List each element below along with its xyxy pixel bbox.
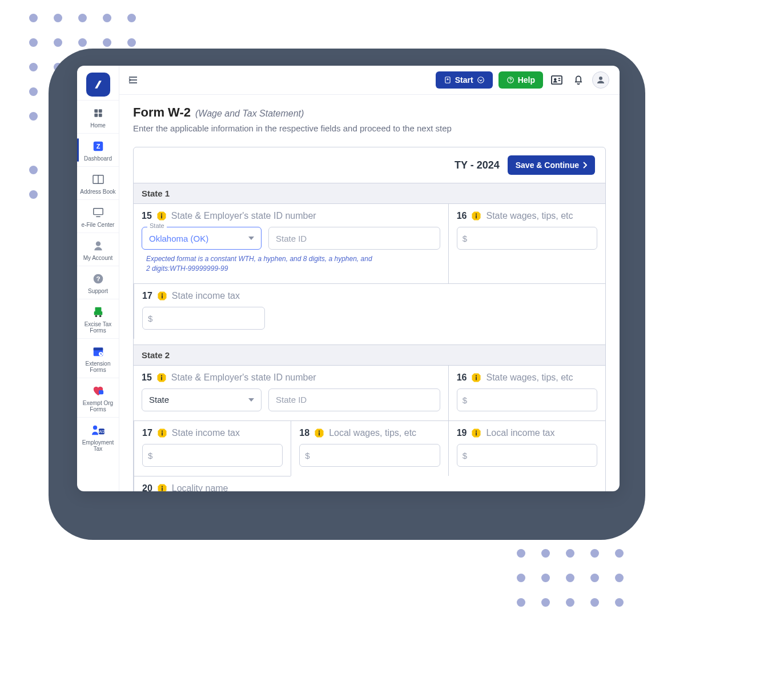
local-wages-input[interactable]: [299, 444, 440, 467]
decoration-dot: [78, 38, 87, 47]
decoration-dot: [127, 38, 136, 47]
chevron-down-icon: [248, 398, 254, 402]
sidebar-item-exempt-org[interactable]: Exempt Org Forms: [77, 378, 119, 417]
svg-rect-59: [162, 487, 163, 491]
svg-rect-8: [93, 209, 102, 215]
logo-icon: [93, 79, 104, 90]
state2-box16: 16 State wages, tips, etc: [448, 365, 605, 420]
svg-point-29: [554, 78, 557, 81]
employment-icon: W2: [91, 423, 105, 437]
info-icon[interactable]: [157, 483, 167, 491]
heart-icon: [91, 384, 105, 398]
svg-rect-41: [162, 295, 163, 298]
app-logo[interactable]: [86, 73, 110, 97]
decoration-dot: [29, 190, 38, 199]
state-select[interactable]: State: [142, 388, 262, 411]
state-id-input[interactable]: [268, 227, 440, 250]
box-label: Local income tax: [486, 428, 554, 438]
box-label: State wages, tips, etc: [486, 372, 573, 383]
info-icon[interactable]: [314, 428, 324, 438]
box-label: State & Employer's state ID number: [171, 372, 316, 383]
svg-point-32: [599, 77, 602, 80]
decoration-dot: [541, 598, 550, 607]
svg-point-27: [510, 81, 510, 82]
sidebar-item-dashboard[interactable]: Z Dashboard: [77, 133, 119, 166]
decoration-dot: [615, 574, 624, 582]
state1-box17: 17 State income tax: [134, 283, 291, 339]
id-card-icon[interactable]: [549, 72, 565, 88]
svg-text:?: ?: [96, 275, 100, 282]
sidebar-toggle-icon[interactable]: [125, 72, 141, 88]
decoration-dot: [590, 598, 599, 607]
info-icon[interactable]: [471, 428, 481, 438]
state-select[interactable]: Oklahoma (OK): [142, 227, 262, 250]
sidebar-item-label: Home: [90, 122, 106, 129]
svg-point-46: [476, 375, 477, 376]
sidebar-item-my-account[interactable]: My Account: [77, 233, 119, 266]
avatar-icon: [596, 75, 606, 85]
state-select-placeholder: State: [149, 395, 169, 404]
start-button[interactable]: Start: [436, 71, 493, 89]
box-number: 15: [142, 211, 152, 221]
box-label: State wages, tips, etc: [486, 211, 573, 221]
state-wages-input[interactable]: [457, 227, 597, 250]
svg-rect-35: [161, 215, 162, 219]
local-income-tax-input[interactable]: [457, 444, 597, 467]
box-number: 16: [457, 211, 467, 221]
decoration-dot: [517, 549, 525, 558]
sidebar-item-label: Support: [88, 288, 108, 294]
svg-rect-53: [319, 432, 320, 435]
decoration-dot: [29, 63, 38, 71]
state2-box15: 15 State & Employer's state ID number St…: [134, 365, 448, 420]
home-icon: [91, 106, 105, 120]
decoration-dot: [29, 166, 38, 174]
sidebar-item-efile-center[interactable]: e-File Center: [77, 199, 119, 233]
decoration-dot: [103, 38, 111, 47]
svg-point-58: [162, 486, 163, 487]
sidebar-item-label: Excise Tax Forms: [80, 321, 116, 334]
sidebar-item-employment-tax[interactable]: W2 Employment Tax: [77, 417, 119, 456]
state-float-label: State: [147, 222, 167, 229]
svg-rect-18: [93, 348, 103, 351]
svg-rect-47: [476, 376, 477, 380]
save-continue-button[interactable]: Save & Continue: [508, 155, 595, 175]
state-wages-input[interactable]: [457, 388, 597, 411]
decoration-dot: [590, 549, 599, 558]
sidebar-item-label: Extension Forms: [80, 360, 116, 373]
info-icon[interactable]: [471, 372, 481, 383]
decoration-dot: [517, 598, 525, 607]
sidebar-item-home[interactable]: Home: [77, 100, 119, 133]
box-label: State income tax: [172, 291, 240, 301]
svg-point-40: [162, 293, 163, 294]
sidebar-item-extension-forms[interactable]: Extension Forms: [77, 338, 119, 378]
decoration-dot: [78, 14, 87, 22]
help-label: Help: [518, 75, 535, 85]
sidebar-item-label: Dashboard: [84, 155, 112, 162]
svg-rect-44: [161, 376, 162, 380]
info-icon[interactable]: [156, 372, 167, 383]
info-icon[interactable]: [157, 428, 167, 438]
user-avatar[interactable]: [592, 71, 609, 89]
sidebar-item-address-book[interactable]: Address Book: [77, 166, 119, 199]
state1-section: State 1 15 State & Employer's state ID n…: [134, 183, 605, 339]
bell-icon[interactable]: [570, 72, 586, 88]
state-income-tax-input[interactable]: [142, 307, 265, 330]
info-icon[interactable]: [156, 211, 167, 221]
sidebar-item-excise-tax[interactable]: Excise Tax Forms: [77, 299, 119, 338]
svg-point-37: [476, 214, 477, 215]
svg-point-21: [93, 426, 97, 430]
state1-box15: 15 State & Employer's state ID number St…: [134, 203, 448, 283]
page-title-paren: (Wage and Tax Statement): [195, 109, 304, 119]
decoration-dot: [29, 112, 38, 121]
info-icon[interactable]: [157, 291, 167, 301]
svg-point-25: [477, 77, 484, 83]
state-income-tax-input[interactable]: [142, 444, 283, 467]
help-button[interactable]: Help: [498, 71, 543, 89]
info-icon[interactable]: [471, 211, 481, 221]
sidebar-item-label: e-File Center: [82, 222, 115, 228]
sidebar-item-label: Address Book: [80, 189, 115, 195]
state-id-input[interactable]: [268, 388, 440, 411]
sidebar-item-support[interactable]: ? Support: [77, 266, 119, 299]
box-number: 17: [142, 291, 152, 301]
help-circle-icon: ?: [91, 272, 105, 286]
